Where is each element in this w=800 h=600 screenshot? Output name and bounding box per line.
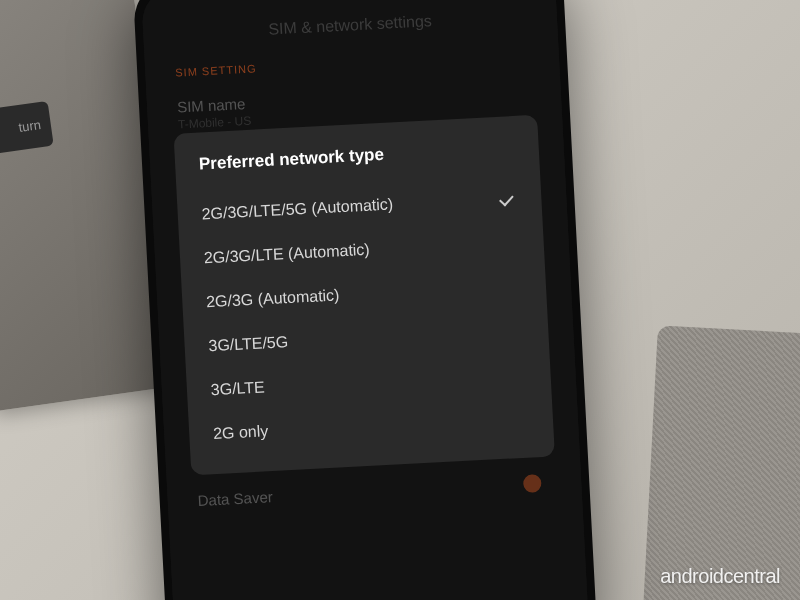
- key-label: turn: [17, 117, 41, 135]
- phone-screen: SIM & network settings SIM SETTING SIM n…: [141, 0, 589, 600]
- option-label: 2G/3G/LTE (Automatic): [203, 241, 370, 268]
- keyboard-key: turn: [0, 101, 54, 157]
- dialog-overlay[interactable]: Preferred network type 2G/3G/LTE/5G (Aut…: [141, 0, 589, 600]
- option-label: 2G/3G (Automatic): [206, 286, 340, 311]
- phone-device: SIM & network settings SIM SETTING SIM n…: [133, 0, 598, 600]
- option-label: 3G/LTE/5G: [208, 333, 289, 355]
- option-label: 2G only: [213, 422, 269, 443]
- network-type-dialog: Preferred network type 2G/3G/LTE/5G (Aut…: [173, 115, 555, 476]
- option-label: 3G/LTE: [210, 378, 265, 399]
- watermark: androidcentral: [660, 565, 780, 588]
- checkmark-icon: [499, 192, 518, 205]
- speaker-fabric: [642, 325, 800, 600]
- option-label: 2G/3G/LTE/5G (Automatic): [201, 195, 393, 223]
- photo-scene: turn SIM & network settings SIM SETTING …: [0, 0, 800, 600]
